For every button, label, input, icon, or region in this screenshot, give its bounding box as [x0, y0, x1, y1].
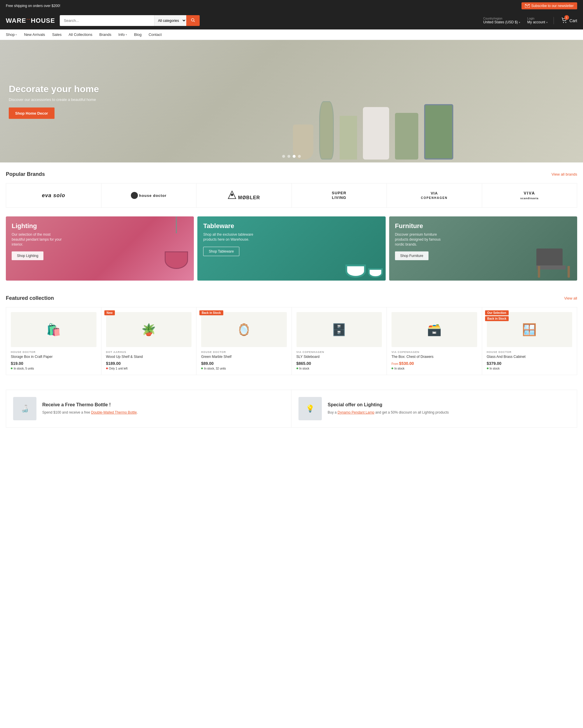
stock-indicator-6 [487, 367, 489, 369]
search-button[interactable] [186, 15, 200, 26]
promo-thermo: 🍶 Receive a Free Thermo Bottle ! Spend $… [6, 390, 292, 427]
stock-indicator-5 [391, 367, 393, 369]
nav-blog[interactable]: Blog [134, 32, 142, 37]
category-lighting: Lighting Our selection of the most beaut… [6, 216, 194, 281]
country-label: Country/region [483, 17, 520, 20]
category-tableware: Tableware Shop all the exclusive tablewa… [197, 216, 385, 281]
shop-tableware-button[interactable]: Shop Tableware [203, 247, 239, 256]
product-card-5[interactable]: 🗃️ VIA COPENHAGEN The Box: Chest of Draw… [387, 307, 482, 375]
view-all-brands[interactable]: View all brands [552, 172, 577, 177]
svg-point-4 [565, 22, 566, 23]
thermo-icon: 🍶 [20, 405, 29, 413]
product-brand-4: VIA COPENHAGEN [297, 350, 382, 354]
brand-house-doctor[interactable]: house doctor [102, 183, 196, 207]
brand-eva-solo[interactable]: eva solo [6, 183, 101, 207]
newsletter-button[interactable]: Subscribe to our newsletter [522, 2, 577, 9]
product-price-3: $89.00 [201, 361, 287, 366]
lamp-stem [176, 216, 177, 233]
top-bar: Free shipping on orders over $200! Subsc… [0, 0, 583, 12]
shop-lighting-button[interactable]: Shop Lighting [12, 252, 44, 260]
lighting-desc: Our selection of the most beautiful pend… [12, 232, 64, 247]
product-brand-1: HOUSE DOCTOR [11, 350, 96, 354]
brands-title: Popular Brands [6, 171, 45, 177]
featured-title: Featured collection [6, 295, 54, 301]
product-card-2[interactable]: New 🪴 DOT AARHUS Wood Up Shelf & Stand $… [102, 307, 196, 375]
nav-shop[interactable]: Shop ▾ [6, 32, 17, 37]
product-image-3: 🪞 [201, 312, 287, 347]
hero-dot-3[interactable] [293, 155, 296, 158]
product-price-4: $865.00 [297, 361, 382, 366]
product-placeholder-3: 🪞 [237, 323, 251, 337]
house-doctor-icon [131, 192, 138, 199]
vase-5 [395, 113, 418, 159]
brand-mobler[interactable]: MØBLER [196, 183, 292, 207]
shop-chevron-icon: ▾ [16, 33, 17, 36]
promo-image-lighting: 💡 [299, 397, 322, 420]
cart-label: Cart [570, 18, 577, 23]
product-card-6[interactable]: Our Selection Back in Stock 🪟 HOUSE DOCT… [482, 307, 577, 375]
product-name-3: Green Marble Shelf [201, 355, 287, 359]
header: WARE~~HOUSE All categories Home Decor Li… [0, 12, 583, 29]
product-brand-6: HOUSE DOCTOR [487, 350, 573, 354]
product-card-3[interactable]: Back in Stock 🪞 HOUSE DOCTOR Green Marbl… [196, 307, 292, 375]
hero-dot-4[interactable] [298, 155, 301, 158]
chair-leg-left [538, 266, 540, 278]
nav-sales[interactable]: Sales [52, 32, 62, 37]
brand-name-mobler: MØBLER [228, 190, 260, 200]
cart-section[interactable]: 1 Cart [561, 17, 577, 24]
lighting-content: Lighting Our selection of the most beaut… [12, 222, 64, 260]
brand-name-housedoctor: house doctor [139, 193, 166, 198]
promo-desc-thermo: Spend $100 and receive a free Double-Wal… [42, 410, 138, 415]
shipping-text: Free shipping on orders over $200! [6, 4, 60, 8]
nav-brands[interactable]: Brands [100, 32, 111, 37]
country-selector[interactable]: Country/region United States (USD $) ▾ [483, 17, 520, 24]
nav-all-collections[interactable]: All Collections [68, 32, 92, 37]
nav-new-arrivals[interactable]: New Arrivals [24, 32, 45, 37]
bowl-large [345, 264, 366, 278]
view-all-featured[interactable]: View all [564, 296, 577, 301]
brand-via-copenhagen[interactable]: VIACOPENHAGEN [387, 183, 482, 207]
product-brand-5: VIA COPENHAGEN [391, 350, 477, 354]
thermo-bottle-link[interactable]: Double-Walled Thermo Bottle [91, 410, 137, 414]
hero-dot-1[interactable] [282, 155, 285, 158]
promo-section: 🍶 Receive a Free Thermo Bottle ! Spend $… [6, 390, 577, 427]
account-section[interactable]: Login My account ▾ [527, 17, 554, 24]
product-price-5: From $530.00 [391, 361, 477, 366]
brand-viva[interactable]: VIVAscandinavia [482, 183, 577, 207]
product-placeholder-5: 🗃️ [427, 323, 442, 337]
hero-dot-2[interactable] [287, 155, 290, 158]
stock-indicator-3 [201, 367, 203, 369]
cart-icon-wrap: 1 [561, 17, 567, 24]
products-grid: 🛍️ HOUSE DOCTOR Storage Box in Craft Pap… [6, 307, 577, 375]
bowl-decoration [345, 264, 383, 278]
category-select[interactable]: All categories Home Decor Lighting Furni… [154, 15, 186, 26]
nav: Shop ▾ New Arrivals Sales All Collection… [0, 29, 583, 40]
product-stock-2: Only 1 unit left [106, 367, 192, 370]
nav-contact[interactable]: Contact [149, 32, 162, 37]
product-card-4[interactable]: 🗄️ VIA COPENHAGEN SLY Sideboard $865.00 … [292, 307, 387, 375]
product-price-2: $189.00 [106, 361, 192, 366]
hero-cta-button[interactable]: Shop Home Decor [9, 108, 55, 119]
vase-cactus [319, 101, 334, 159]
stock-indicator-1 [11, 367, 12, 369]
category-furniture: Furniture Discover premium furniture pro… [389, 216, 577, 281]
dynamo-lamp-link[interactable]: Dynamo Pendant Lamp [338, 410, 374, 414]
product-stock-3: In stock, 32 units [201, 367, 287, 370]
nav-info[interactable]: Info ▾ [118, 32, 127, 37]
svg-point-1 [191, 19, 194, 21]
search-bar: All categories Home Decor Lighting Furni… [60, 15, 200, 26]
brand-super-living[interactable]: SUPERLIVING [292, 183, 387, 207]
product-stock-1: In stock, 5 units [11, 367, 96, 370]
shop-furniture-button[interactable]: Shop Furniture [395, 252, 428, 260]
product-name-4: SLY Sideboard [297, 355, 382, 359]
tableware-desc: Shop all the exclusive tableware product… [203, 232, 256, 242]
product-stock-4: In stock [297, 367, 382, 370]
logo[interactable]: WARE~~HOUSE [6, 17, 55, 25]
info-chevron-icon: ▾ [126, 33, 127, 36]
account-chevron-icon: ▾ [546, 21, 548, 24]
product-card-1[interactable]: 🛍️ HOUSE DOCTOR Storage Box in Craft Pap… [6, 307, 101, 375]
search-input[interactable] [60, 15, 154, 26]
brands-grid: eva solo house doctor MØBLER SUPERLIVING… [6, 183, 577, 208]
product-brand-2: DOT AARHUS [106, 350, 192, 354]
bowl-small [368, 268, 383, 278]
